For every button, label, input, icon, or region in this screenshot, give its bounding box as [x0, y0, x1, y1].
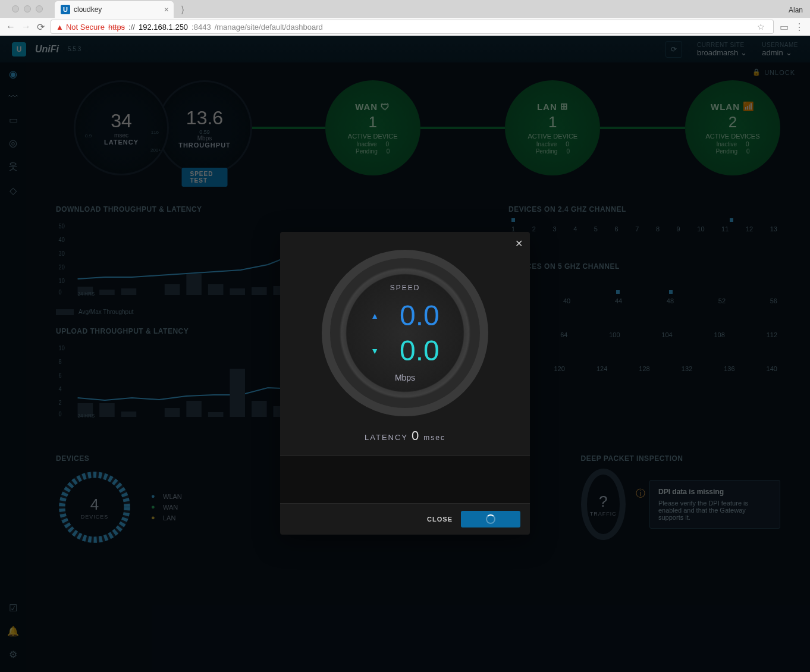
app: U UniFi 5.5.3 ⟳ CURRENT SITE broadmarsh⌄… [0, 36, 810, 672]
menu-icon[interactable]: ⋮ [795, 21, 804, 33]
upload-speed-value: 0.0 [400, 299, 439, 332]
latency-row: LATENCY 0msec [365, 428, 445, 444]
modal-footer: CLOSE [280, 503, 530, 535]
browser-chrome: U cloudkey × ⟩ Alan ← → ⟳ ▲ Not Secure h… [0, 0, 810, 36]
url-port: :8443 [191, 23, 211, 32]
download-arrow-icon: ▼ [371, 346, 379, 356]
latency-unit: msec [423, 434, 445, 442]
upload-arrow-icon: ▲ [371, 311, 379, 321]
new-tab-button[interactable]: ⟩ [178, 2, 187, 18]
latency-value: 0 [412, 428, 420, 444]
spinner-icon [486, 514, 495, 524]
not-secure-label: Not Secure [66, 23, 105, 32]
tab-title: cloudkey [74, 5, 102, 14]
security-warning-icon: ▲ Not Secure [56, 23, 105, 32]
forward-button[interactable]: → [21, 21, 31, 32]
url-protocol: https [108, 23, 125, 32]
speed-gauge: SPEED ▲ 0.0 ▼ 0.0 Mbps [322, 250, 488, 416]
browser-tab[interactable]: U cloudkey × [55, 1, 174, 18]
maximize-window-icon[interactable] [36, 5, 43, 12]
close-window-icon[interactable] [12, 5, 19, 12]
url-field[interactable]: ▲ Not Secure https://192.168.1.250:8443/… [51, 20, 774, 34]
tab-close-icon[interactable]: × [164, 5, 169, 14]
extensions-icon[interactable]: ▭ [780, 21, 789, 33]
run-test-button[interactable] [461, 511, 520, 527]
latency-label: LATENCY [365, 433, 408, 442]
close-button[interactable]: CLOSE [427, 516, 453, 523]
speed-unit: Mbps [395, 373, 415, 382]
window-controls[interactable] [6, 0, 49, 18]
favicon-icon: U [61, 5, 70, 14]
speed-label: SPEED [390, 284, 420, 292]
minimize-window-icon[interactable] [24, 5, 31, 12]
url-sep: :// [128, 23, 135, 32]
url-path: /manage/site/default/dashboard [215, 23, 323, 32]
address-bar: ← → ⟳ ▲ Not Secure https://192.168.1.250… [0, 18, 810, 36]
bookmark-icon[interactable]: ☆ [757, 22, 765, 32]
close-icon[interactable]: ✕ [515, 238, 523, 249]
profile-name[interactable]: Alan [781, 2, 810, 18]
back-button[interactable]: ← [6, 21, 15, 32]
download-speed-value: 0.0 [400, 334, 439, 367]
reload-button[interactable]: ⟳ [37, 21, 45, 33]
tab-bar: U cloudkey × ⟩ Alan [0, 0, 810, 18]
url-host: 192.168.1.250 [139, 23, 188, 32]
modal-chart-area [280, 456, 530, 503]
speed-test-modal: ✕ SPEED ▲ 0.0 ▼ 0.0 Mbps LATENCY 0msec [280, 232, 530, 535]
